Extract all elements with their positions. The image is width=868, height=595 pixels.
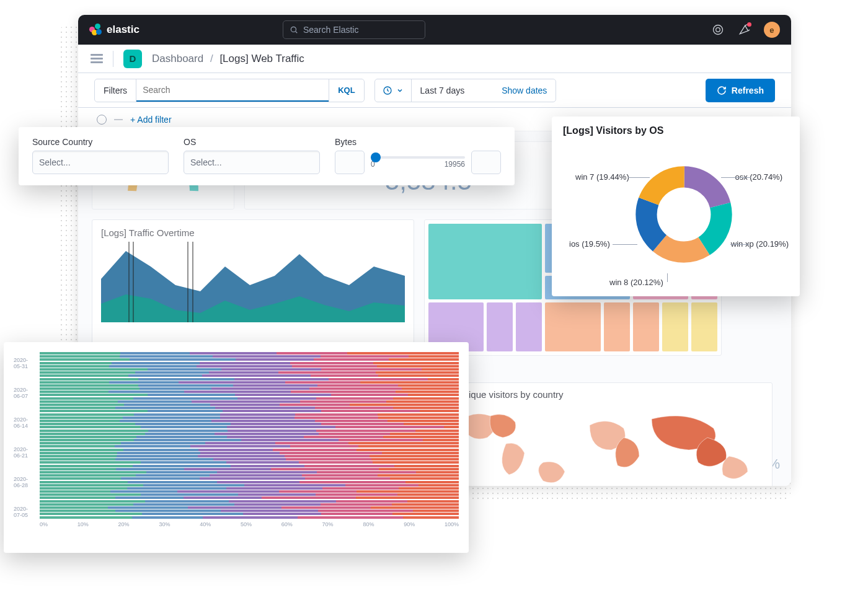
- breadcrumb-root[interactable]: Dashboard: [152, 53, 203, 64]
- refresh-icon: [717, 86, 727, 95]
- query-toolbar: Filters KQL Last 7 days Show dates Refre…: [78, 73, 791, 108]
- donut-label-ios: ios (19.5%): [569, 239, 610, 249]
- controls-panel: Source Country Select... OS Select... By…: [19, 127, 515, 185]
- panel-visitors-by-country: s] Unique visitors by country: [438, 382, 773, 486]
- os-label: OS: [184, 137, 320, 147]
- notification-dot: [747, 22, 751, 27]
- bytes-min-input[interactable]: [335, 151, 365, 174]
- query-input[interactable]: [136, 79, 329, 102]
- filter-search-group: Filters KQL: [94, 79, 365, 102]
- filters-button[interactable]: Filters: [95, 79, 136, 102]
- app-badge[interactable]: D: [123, 50, 142, 68]
- svg-point-2: [713, 25, 722, 35]
- slider-thumb[interactable]: [371, 152, 381, 162]
- chevron-down-icon: [396, 87, 404, 94]
- os-select[interactable]: Select...: [184, 151, 320, 174]
- stacked-bar-chart: 2020-05-312020-06-072020-06-142020-06-21…: [14, 352, 459, 532]
- panel-title: s] Unique visitors by country: [447, 389, 763, 400]
- elastic-logo-icon: [89, 24, 102, 36]
- world-map: [447, 403, 782, 486]
- nav-toggle-icon[interactable]: [91, 54, 103, 63]
- news-feed-icon[interactable]: [738, 24, 750, 36]
- brand-logo[interactable]: elastic: [89, 24, 140, 36]
- donut-label-win7: win 7 (19.44%): [575, 172, 629, 182]
- source-country-select[interactable]: Select...: [32, 151, 169, 174]
- source-country-label: Source Country: [32, 137, 169, 147]
- donut-label-win8: win 8 (20.12%): [609, 278, 663, 287]
- breadcrumb-current: [Logs] Web Traffic: [219, 53, 304, 64]
- area-chart: [101, 242, 405, 322]
- panel-title: [Logs] Visitors by OS: [563, 125, 789, 136]
- breadcrumb: Dashboard / [Logs] Web Traffic: [152, 53, 304, 65]
- global-search-placeholder: Search Elastic: [303, 25, 358, 35]
- visitors-by-os-panel: [Logs] Visitors by OS win 7 (19.44%) osx…: [552, 117, 800, 296]
- svg-point-3: [716, 28, 720, 32]
- panel-title: [Logs] Traffic Overtime: [101, 227, 405, 238]
- svg-line-1: [296, 32, 298, 33]
- breadcrumb-bar: D Dashboard / [Logs] Web Traffic: [78, 45, 791, 73]
- add-filter-link[interactable]: + Add filter: [130, 115, 172, 125]
- show-dates-link[interactable]: Show dates: [502, 86, 547, 95]
- global-search[interactable]: Search Elastic: [283, 20, 425, 39]
- donut-chart: [634, 165, 733, 264]
- search-icon: [290, 25, 298, 34]
- svg-point-0: [291, 27, 296, 32]
- time-range-label: Last 7 days: [420, 86, 465, 95]
- filter-dash-icon: [114, 119, 123, 120]
- bytes-label: Bytes: [335, 137, 501, 147]
- calendar-icon: [383, 86, 392, 95]
- help-icon[interactable]: [712, 24, 724, 36]
- kql-toggle[interactable]: KQL: [329, 79, 363, 102]
- bytes-slider[interactable]: [371, 156, 465, 159]
- refresh-button[interactable]: Refresh: [706, 79, 775, 102]
- global-header: elastic Search Elastic e: [78, 15, 791, 45]
- bytes-max-input[interactable]: [471, 151, 501, 174]
- svg-line-5: [748, 30, 750, 31]
- time-picker[interactable]: Last 7 days Show dates: [374, 79, 557, 102]
- stacked-bar-panel: 2020-05-312020-06-072020-06-142020-06-21…: [4, 342, 469, 553]
- user-avatar[interactable]: e: [764, 22, 780, 38]
- brand-name: elastic: [107, 24, 140, 36]
- filter-bullet-icon: [97, 115, 107, 125]
